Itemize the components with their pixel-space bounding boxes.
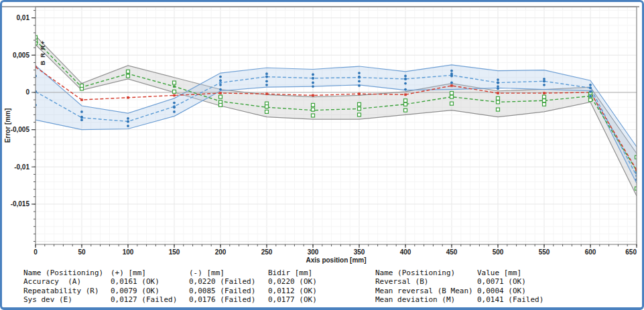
svg-text:300: 300 (308, 248, 319, 256)
positioning-summary-table: Name (Positioning) (+) [mm] (-) [mm] Bid… (23, 268, 317, 305)
table-cell: 0,0085 (Failed) (189, 287, 268, 295)
table-cell: Sys dev (E) (23, 295, 111, 304)
table-header: Bidir [mm] (268, 268, 317, 277)
table-cell: 0,0004 (OK) (477, 287, 543, 295)
corner-series-labels: B R R+ (39, 40, 46, 65)
svg-text:450: 450 (446, 248, 458, 256)
table-cell: 0,0161 (OK) (111, 277, 189, 286)
x-axis-title: Axis position [mm] (306, 256, 366, 264)
svg-text:150: 150 (169, 248, 180, 256)
svg-text:-0,015: -0,015 (11, 200, 30, 208)
error-chart: 0,010,0050-0,005-0,01-0,0150501001502002… (2, 2, 641, 268)
svg-text:650: 650 (625, 248, 637, 256)
svg-text:500: 500 (493, 248, 504, 256)
svg-text:350: 350 (354, 248, 365, 256)
svg-text:0,005: 0,005 (13, 52, 29, 59)
axes: 0,010,0050-0,005-0,01-0,0150501001502002… (2, 7, 639, 256)
svg-text:400: 400 (400, 248, 411, 256)
table-cell: Accuracy (A) (23, 277, 111, 286)
plot-area (34, 35, 639, 196)
table-header: (-) [mm] (189, 268, 268, 277)
table-cell: Repeatability (R) (23, 287, 111, 295)
negative-direction-band (36, 65, 637, 183)
table-header: Name (Positioning) (23, 268, 111, 277)
table-cell: 0,0141 (Failed) (477, 295, 543, 304)
svg-text:600: 600 (585, 248, 596, 256)
table-cell: 0,0177 (OK) (268, 295, 317, 304)
table-cell: 0,0176 (Failed) (189, 295, 268, 304)
table-cell: 0,0127 (Failed) (111, 295, 189, 304)
table-cell: Reversal (B) (375, 277, 477, 286)
svg-text:100: 100 (123, 248, 134, 256)
svg-text:0,01: 0,01 (17, 14, 30, 21)
positioning-report-panel: 0,010,0050-0,005-0,01-0,0150501001502002… (0, 0, 644, 310)
reversal-summary-table: Name (Positioning) Value [mm] Reversal (… (375, 268, 543, 305)
table-header: Name (Positioning) (375, 268, 477, 277)
table-cell: 0,0071 (OK) (477, 277, 543, 286)
table-cell: 0,0079 (OK) (111, 287, 189, 295)
svg-text:0: 0 (25, 88, 29, 96)
svg-text:-0,005: -0,005 (11, 126, 30, 133)
table-cell: 0,0112 (OK) (268, 287, 317, 295)
table-cell: 0,0220 (OK) (268, 277, 317, 286)
svg-text:250: 250 (261, 248, 273, 256)
table-cell: Mean deviation (M) (375, 295, 477, 304)
svg-text:550: 550 (539, 248, 550, 256)
table-cell: 0,0220 (Failed) (189, 277, 268, 286)
table-header: Value [mm] (477, 268, 543, 277)
y-axis-title: Error [mm] (4, 108, 11, 143)
table-header: (+) [mm] (111, 268, 189, 277)
svg-text:200: 200 (215, 248, 227, 256)
svg-text:50: 50 (78, 248, 86, 256)
svg-text:-0,01: -0,01 (14, 163, 29, 171)
table-cell: Mean reversal (B Mean) (375, 287, 477, 295)
svg-text:0: 0 (34, 248, 38, 256)
